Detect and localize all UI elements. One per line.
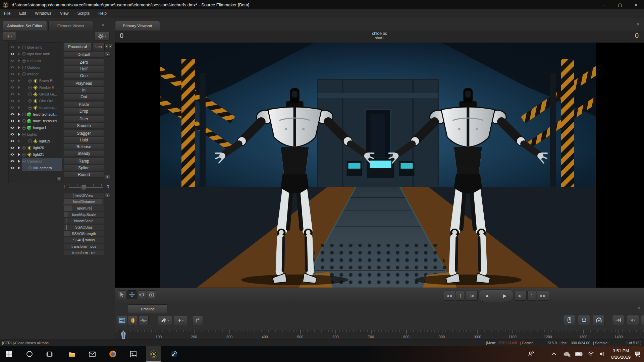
tab-timeline[interactable]: Timeline — [128, 304, 167, 313]
move-tool-button[interactable] — [127, 290, 137, 299]
tree-row-light21[interactable]: +light21 — [9, 151, 62, 158]
add-clip-button[interactable]: + ▾ — [174, 316, 188, 325]
expand-arrow-icon[interactable] — [16, 139, 22, 143]
visibility-eye-icon[interactable] — [9, 46, 16, 49]
tab-animation-set-editor[interactable]: Animation Set Editor — [3, 21, 47, 31]
tree-row-main[interactable]: +male_techsuit1 — [22, 118, 62, 124]
expander-minus-icon[interactable]: − — [22, 72, 26, 76]
record-button[interactable]: ● — [479, 290, 496, 302]
expand-arrow-icon[interactable] — [16, 166, 22, 170]
titlebar[interactable]: d:\steam\steamapps\common\sourcefilmmake… — [0, 0, 644, 9]
preset-one[interactable]: One — [64, 72, 104, 79]
attr-slider-aperture[interactable]: aperture — [64, 205, 104, 211]
attr-slider-fieldofview[interactable]: fieldOfView — [64, 192, 104, 198]
tree-row-main[interactable]: +light19 — [22, 138, 62, 144]
attr-slider-bloomscale[interactable]: bloomScale — [64, 218, 104, 224]
attr-slider-tonemapscale[interactable]: toneMapScale — [64, 212, 104, 218]
tree-row-red-amb[interactable]: +red amb — [9, 57, 62, 64]
tree-row-rookie-r[interactable]: +Rookie R... — [9, 84, 62, 91]
slider-track[interactable] — [69, 187, 103, 188]
preset-hold[interactable]: Hold — [64, 137, 104, 143]
motion-editor-button[interactable] — [128, 316, 138, 325]
expand-arrow-icon[interactable] — [16, 59, 22, 62]
tab-lens[interactable]: Len — [93, 42, 105, 51]
tab-scroll-left-button[interactable]: ◂ — [105, 44, 108, 49]
minimize-button[interactable]: – — [596, 0, 612, 9]
timeline-gear-button[interactable]: ▾ — [641, 315, 644, 325]
close-button[interactable]: ✕ — [628, 0, 644, 9]
attr-slider-transform-pos[interactable]: transform - pos — [64, 243, 104, 249]
menu-scripts[interactable]: Scripts — [77, 11, 90, 16]
visibility-eye-icon[interactable] — [9, 146, 16, 149]
attr-slider-ssaostrength[interactable]: SSAOStrength — [64, 231, 104, 237]
preset-drop[interactable]: Drop — [64, 108, 104, 114]
expand-arrow-icon[interactable] — [16, 119, 22, 123]
fast-forward-button[interactable]: ▶▶ — [537, 291, 549, 301]
tree-row-male-techsuit1[interactable]: +male_techsuit1 — [9, 118, 62, 124]
expand-arrow-icon[interactable] — [16, 99, 22, 103]
clip-out-button[interactable]: ] — [527, 291, 536, 301]
tree-row-light20[interactable]: +light20 — [9, 144, 62, 151]
tree-row-main[interactable]: +red amb — [22, 57, 62, 64]
tree-row-main[interactable]: −Cameras — [22, 158, 62, 165]
expand-arrow-icon[interactable] — [16, 66, 22, 69]
tree-row-camera1[interactable]: +camera1 — [9, 165, 62, 171]
start-button[interactable] — [1, 346, 16, 362]
up-level-button[interactable] — [192, 316, 203, 325]
audio-mute-button[interactable] — [627, 315, 639, 325]
menu-edit[interactable]: Edit — [19, 11, 26, 16]
expander-plus-icon[interactable]: + — [22, 119, 26, 123]
visibility-eye-icon[interactable] — [9, 66, 16, 69]
photos-app-button[interactable] — [126, 346, 141, 362]
preset-paste[interactable]: Paste — [64, 101, 104, 108]
tab-procedural[interactable]: Procedural — [64, 42, 91, 51]
preset-zero[interactable]: Zero — [64, 59, 104, 65]
attr-slider-transform-rot[interactable]: transform - rot — [64, 250, 104, 256]
maximize-button[interactable]: ▢ — [612, 0, 628, 9]
tree-row-main[interactable]: +light blue amb — [22, 51, 62, 57]
left-panel-gear-button[interactable]: ▾ — [94, 32, 110, 41]
visibility-eye-icon[interactable] — [9, 133, 16, 136]
tree-row-cameras[interactable]: −Cameras — [9, 158, 62, 165]
tree-row-main[interactable]: +camera1 — [22, 165, 62, 171]
add-keyframe-button[interactable]: ▾ — [158, 316, 172, 325]
expand-arrow-icon[interactable] — [16, 106, 22, 109]
expander-minus-icon[interactable]: − — [22, 133, 26, 136]
expander-plus-icon[interactable]: + — [28, 86, 32, 89]
tree-row-main[interactable]: +Outdoor — [22, 64, 62, 71]
viewport-render-area[interactable] — [115, 43, 644, 288]
preset-fade-slider[interactable]: L R — [64, 182, 110, 191]
preset-jitter[interactable]: Jitter — [64, 116, 104, 122]
tray-clock[interactable]: 3:51 PM 8/26/2019 — [611, 348, 631, 360]
tree-row-main[interactable]: +Incadesc... — [22, 104, 62, 111]
visibility-eye-icon[interactable] — [9, 126, 16, 129]
tree-row-main[interactable]: −Interior — [22, 71, 62, 77]
expander-plus-icon[interactable]: + — [28, 99, 32, 103]
expander-plus-icon[interactable]: + — [22, 146, 26, 150]
expand-arrow-icon[interactable] — [16, 126, 22, 129]
expander-plus-icon[interactable]: + — [22, 59, 26, 63]
menu-windows[interactable]: Windows — [35, 11, 51, 16]
visibility-eye-icon[interactable] — [9, 99, 16, 103]
visibility-eye-icon[interactable] — [9, 52, 16, 56]
splitter-handle[interactable]: ⋮⋮ — [61, 204, 63, 205]
preset-default[interactable]: Default — [64, 51, 104, 58]
expand-arrow-icon[interactable] — [16, 146, 22, 149]
action-center-button[interactable] — [631, 346, 644, 362]
timeline-ruler[interactable]: 1002003004005006007008009001000110012001… — [115, 330, 644, 340]
rotate-tool-button[interactable] — [137, 290, 146, 299]
tree-row-ghost-gr[interactable]: +Ghost Gr... — [9, 91, 62, 98]
snap-magnet-button[interactable]: Ω — [578, 315, 590, 325]
tree-row-main[interactable]: +Rookie R... — [22, 84, 62, 91]
preset-ramp[interactable]: Ramp — [64, 158, 104, 164]
splitter-handle[interactable]: ⋮⋮ — [111, 207, 113, 209]
expander-plus-icon[interactable]: + — [22, 113, 26, 116]
expander-plus-icon[interactable]: + — [28, 79, 32, 83]
expand-arrow-icon[interactable] — [16, 93, 22, 96]
tree-row-main[interactable]: +light21 — [22, 151, 62, 158]
graph-editor-button[interactable] — [139, 316, 149, 325]
expand-arrow-icon[interactable] — [16, 52, 22, 56]
tree-scroll-down-button[interactable]: ▼ — [56, 177, 62, 181]
viewport-close-icon[interactable]: ✕ — [637, 22, 640, 26]
file-explorer-button[interactable] — [64, 346, 79, 362]
